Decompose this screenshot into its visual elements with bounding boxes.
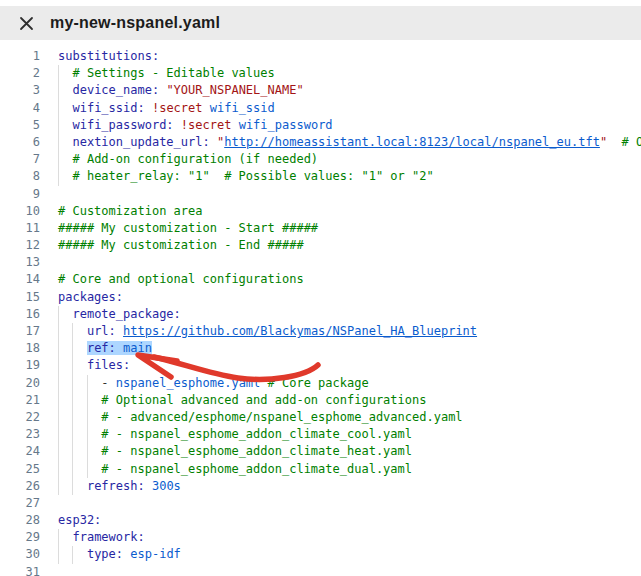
line-number: 14	[0, 271, 40, 288]
code-token	[58, 66, 72, 80]
indent-guide	[87, 392, 88, 409]
code-token: type:	[87, 547, 123, 561]
indent-guide	[72, 461, 73, 478]
code-text: files:	[58, 357, 130, 374]
line-number: 23	[0, 426, 40, 443]
code-line[interactable]: 24 # - nspanel_esphome_addon_climate_hea…	[0, 443, 641, 460]
code-token: # Optional	[622, 135, 641, 149]
line-number: 18	[0, 340, 40, 357]
code-token	[210, 135, 217, 149]
line-number: 24	[0, 443, 40, 460]
code-text: type: esp-idf	[58, 546, 181, 563]
line-number: 16	[0, 306, 40, 323]
code-line[interactable]: 9	[0, 186, 641, 203]
url-link[interactable]: http://homeassistant.local:8123/local/ns…	[224, 135, 600, 149]
close-icon[interactable]	[17, 14, 35, 32]
code-line[interactable]: 20 - nspanel_esphome.yaml # Core package	[0, 375, 641, 392]
indent-guide	[58, 65, 59, 82]
code-text: framework:	[58, 529, 145, 546]
code-area[interactable]: 1substitutions:2 # Settings - Editable v…	[0, 40, 641, 576]
line-number: 29	[0, 529, 40, 546]
indent-guide	[58, 392, 59, 409]
code-token	[58, 427, 101, 441]
code-text: substitutions:	[58, 48, 159, 65]
code-line[interactable]: 22 # - advanced/esphome/nspanel_esphome_…	[0, 409, 641, 426]
line-number: 15	[0, 289, 40, 306]
line-number: 10	[0, 203, 40, 220]
code-line[interactable]: 3 device_name: "YOUR_NSPANEL_NAME"	[0, 82, 641, 99]
code-token	[58, 118, 72, 132]
code-token	[145, 479, 152, 493]
code-text: ref: main	[58, 340, 152, 357]
line-number: 21	[0, 392, 40, 409]
code-text: - nspanel_esphome.yaml # Core package	[58, 375, 369, 392]
code-line[interactable]: 30 type: esp-idf	[0, 546, 641, 563]
code-text: # Core and optional configurations	[58, 271, 304, 288]
code-token: !secret	[152, 101, 203, 115]
code-line[interactable]: 14# Core and optional configurations	[0, 271, 641, 288]
code-line[interactable]: 29 framework:	[0, 529, 641, 546]
code-line[interactable]: 2 # Settings - Editable values	[0, 65, 641, 82]
code-line[interactable]: 5 wifi_password: !secret wifi_password	[0, 117, 641, 134]
line-number: 25	[0, 461, 40, 478]
code-line[interactable]: 10# Customization area	[0, 203, 641, 220]
code-line[interactable]: 19 files:	[0, 357, 641, 374]
indent-guide	[87, 443, 88, 460]
code-line[interactable]: 23 # - nspanel_esphome_addon_climate_coo…	[0, 426, 641, 443]
code-token	[58, 410, 101, 424]
code-token	[260, 376, 267, 390]
code-line[interactable]: 4 wifi_ssid: !secret wifi_ssid	[0, 100, 641, 117]
code-token: nextion_update_url:	[72, 135, 209, 149]
code-line[interactable]: 15packages:	[0, 289, 641, 306]
code-line[interactable]: 11##### My customization - Start #####	[0, 220, 641, 237]
code-line[interactable]: 17 url: https://github.com/Blackymas/NSP…	[0, 323, 641, 340]
line-number: 22	[0, 409, 40, 426]
code-line[interactable]: 31	[0, 564, 641, 576]
code-text: url: https://github.com/Blackymas/NSPane…	[58, 323, 477, 340]
file-title: my-new-nspanel.yaml	[50, 14, 220, 32]
indent-guide	[72, 340, 73, 357]
indent-guide	[87, 461, 88, 478]
code-token	[58, 135, 72, 149]
indent-guide	[58, 461, 59, 478]
code-line[interactable]: 18 ref: main	[0, 340, 641, 357]
line-number: 1	[0, 48, 40, 65]
indent-guide	[58, 443, 59, 460]
code-token: wifi_password:	[72, 118, 173, 132]
indent-guide	[58, 529, 59, 546]
code-line[interactable]: 16 remote_package:	[0, 306, 641, 323]
indent-guide	[58, 323, 59, 340]
code-token: ref:	[87, 341, 116, 355]
code-token	[58, 530, 72, 544]
code-line[interactable]: 12##### My customization - End #####	[0, 237, 641, 254]
code-line[interactable]: 25 # - nspanel_esphome_addon_climate_dua…	[0, 461, 641, 478]
code-text: # Settings - Editable values	[58, 65, 275, 82]
line-number: 4	[0, 100, 40, 117]
code-line[interactable]: 21 # Optional advanced and add-on config…	[0, 392, 641, 409]
code-line[interactable]: 13	[0, 254, 641, 271]
code-token: # Core and optional configurations	[58, 272, 304, 286]
line-number: 26	[0, 478, 40, 495]
code-line[interactable]: 27	[0, 495, 641, 512]
line-number: 30	[0, 546, 40, 563]
code-text: remote_package:	[58, 306, 181, 323]
code-line[interactable]: 28esp32:	[0, 512, 641, 529]
editor-tab-header: my-new-nspanel.yaml	[0, 6, 641, 40]
url-link[interactable]: https://github.com/Blackymas/NSPanel_HA_…	[123, 324, 477, 338]
indent-guide	[58, 306, 59, 323]
indent-guide	[72, 392, 73, 409]
code-line[interactable]: 1substitutions:	[0, 48, 641, 65]
code-token	[58, 393, 101, 407]
code-line[interactable]: 7 # Add-on configuration (if needed)	[0, 151, 641, 168]
line-number: 19	[0, 357, 40, 374]
line-number: 8	[0, 168, 40, 185]
code-text: # - advanced/esphome/nspanel_esphome_adv…	[58, 409, 463, 426]
code-line[interactable]: 6 nextion_update_url: "http://homeassist…	[0, 134, 641, 151]
code-line[interactable]: 26 refresh: 300s	[0, 478, 641, 495]
line-number: 17	[0, 323, 40, 340]
indent-guide	[58, 478, 59, 495]
code-line[interactable]: 8 # heater_relay: "1" # Possible values:…	[0, 168, 641, 185]
code-token: framework:	[72, 530, 144, 544]
indent-guide	[58, 375, 59, 392]
indent-guide	[58, 409, 59, 426]
